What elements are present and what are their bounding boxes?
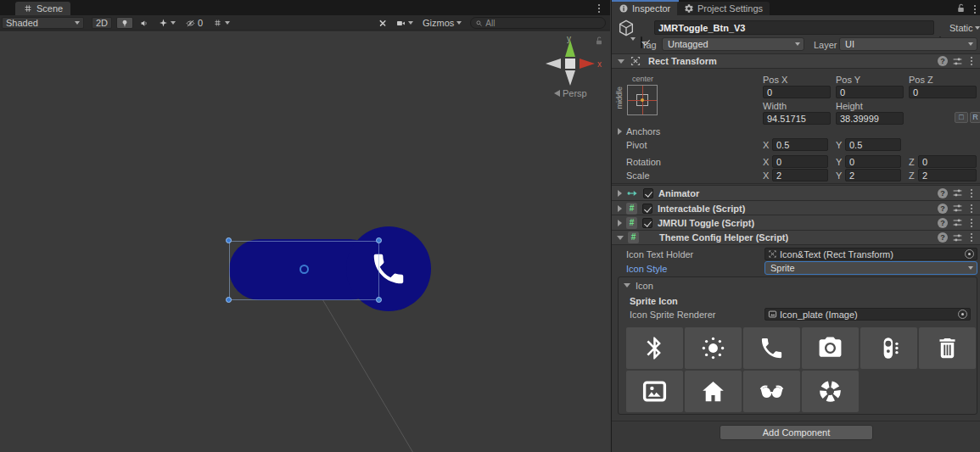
selection-handle-top-right[interactable] <box>376 237 382 243</box>
shading-mode-dropdown[interactable]: Shaded <box>2 17 84 29</box>
icon-style-dropdown[interactable]: Sprite <box>764 261 977 275</box>
object-picker-icon[interactable] <box>958 310 967 319</box>
scene-search-field[interactable] <box>470 17 606 29</box>
help-icon[interactable]: ? <box>938 232 948 243</box>
component-header-interactable[interactable]: # Interactable (Script) ? <box>612 200 980 215</box>
scale-x-field[interactable]: 2 <box>772 169 828 181</box>
add-component-button[interactable]: Add Component <box>720 425 873 440</box>
scene-tools-button[interactable] <box>374 17 391 29</box>
inspector-menu-kebab-icon[interactable] <box>971 3 979 16</box>
pivot-y-field[interactable]: 0.5 <box>845 138 901 151</box>
presets-icon[interactable] <box>952 187 963 198</box>
pos-x-field[interactable]: 0 <box>763 86 831 98</box>
icon-tile-shutter[interactable] <box>802 371 859 412</box>
icon-text-holder-field[interactable]: Icon&Text (Rect Transform) <box>764 248 977 260</box>
component-header-theme-config-helper[interactable]: # Theme Config Helper (Script) ? <box>612 230 980 245</box>
toggle-2d-button[interactable]: 2D <box>92 17 112 29</box>
help-icon[interactable]: ? <box>938 204 948 214</box>
icon-tile-image[interactable] <box>626 371 683 412</box>
help-icon[interactable]: ? <box>938 188 948 198</box>
help-icon[interactable]: ? <box>938 56 948 66</box>
icon-tile-camera[interactable] <box>802 327 859 369</box>
icon-tile-glasses[interactable] <box>743 371 800 412</box>
foldout-closed-icon[interactable] <box>618 220 622 226</box>
pos-z-field[interactable]: 0 <box>909 86 977 98</box>
foldout-closed-icon[interactable] <box>618 190 622 197</box>
tag-dropdown[interactable]: Untagged <box>662 37 804 51</box>
component-enabled-checkbox[interactable] <box>642 218 652 228</box>
selection-handle-bottom-left[interactable] <box>226 297 232 303</box>
raw-edit-mode-button[interactable]: R <box>970 112 980 123</box>
icon-tile-brightness[interactable] <box>685 327 742 369</box>
scene-menu-kebab-icon[interactable] <box>595 2 603 15</box>
component-enabled-checkbox[interactable] <box>643 188 653 198</box>
foldout-open-icon[interactable] <box>617 236 624 240</box>
scene-visibility-button[interactable]: 0 <box>182 17 207 29</box>
presets-icon[interactable] <box>952 217 963 228</box>
component-header-jmrui-toggle[interactable]: # JMRUI Toggle (Script) ? <box>612 215 980 230</box>
perspective-toggle[interactable]: Persp <box>554 88 587 98</box>
component-kebab-icon[interactable] <box>967 231 976 244</box>
tag-label: Tag <box>641 40 657 50</box>
foldout-closed-icon[interactable] <box>618 205 622 212</box>
rotation-label: Rotation <box>626 157 661 167</box>
presets-icon[interactable] <box>952 232 963 243</box>
tab-scene[interactable]: Scene <box>15 2 70 15</box>
blueprint-mode-button[interactable]: □ <box>955 112 968 123</box>
icon-section-label: Icon <box>636 281 653 291</box>
component-kebab-icon[interactable] <box>967 54 976 68</box>
component-enabled-checkbox[interactable] <box>642 204 652 214</box>
selection-handle-top-left[interactable] <box>226 237 232 243</box>
icon-tile-bluetooth[interactable] <box>626 327 683 369</box>
pos-y-field[interactable]: 0 <box>836 86 904 98</box>
rect-transform-header[interactable]: Rect Transform ? <box>612 53 980 69</box>
inspector-lock-icon[interactable] <box>955 3 966 14</box>
anchors-label: Anchors <box>626 126 660 137</box>
icon-tile-trash[interactable] <box>919 327 976 369</box>
icon-sprite-renderer-field[interactable]: Icon_plate (Image) <box>764 308 971 321</box>
gizmo-lock-icon[interactable] <box>594 36 604 46</box>
scene-effects-dropdown[interactable] <box>154 17 180 29</box>
anchor-preset-widget[interactable] <box>627 85 658 115</box>
scene-search-input[interactable] <box>485 19 601 28</box>
layer-dropdown[interactable]: UI <box>839 37 977 51</box>
tab-inspector[interactable]: Inspector <box>612 0 679 15</box>
foldout-open-icon[interactable] <box>618 59 624 64</box>
shading-mode-label: Shaded <box>6 18 72 28</box>
rotation-y-field[interactable]: 0 <box>845 155 901 168</box>
tab-project-settings[interactable]: Project Settings <box>677 2 770 15</box>
gameobject-name-field[interactable]: JMRToggle_Btn_V3 <box>654 20 934 35</box>
pivot-x-field[interactable]: 0.5 <box>772 138 828 151</box>
scene-camera-dropdown[interactable] <box>392 17 417 29</box>
gameobject-cube-icon[interactable] <box>617 19 636 37</box>
icon-tile-home[interactable] <box>685 371 742 412</box>
scene-audio-button[interactable] <box>136 17 153 29</box>
scale-y-field[interactable]: 2 <box>845 169 901 181</box>
scene-lighting-button[interactable] <box>116 17 133 29</box>
rotation-x-field[interactable]: 0 <box>772 155 828 168</box>
component-kebab-icon[interactable] <box>967 202 976 215</box>
component-kebab-icon[interactable] <box>967 187 976 200</box>
gameobject-icon-chevron[interactable] <box>630 37 636 41</box>
scene-panel: Scene Shaded 2D 0 <box>0 0 610 452</box>
component-header-animator[interactable]: Animator ? <box>612 185 980 200</box>
rotation-z-field[interactable]: 0 <box>918 155 977 168</box>
anchors-foldout-icon[interactable] <box>618 128 622 135</box>
selection-handle-bottom-right[interactable] <box>376 297 382 303</box>
icon-tile-phone[interactable] <box>743 327 800 369</box>
static-chevron-icon[interactable] <box>975 26 980 30</box>
width-field[interactable]: 94.51715 <box>763 112 831 125</box>
presets-icon[interactable] <box>952 56 963 67</box>
scale-z-field[interactable]: 2 <box>918 169 977 181</box>
object-picker-icon[interactable] <box>965 249 974 259</box>
pivot-handle[interactable] <box>300 265 309 274</box>
icon-tile-remote-control[interactable] <box>860 327 917 369</box>
icon-foldout-icon[interactable] <box>624 283 630 287</box>
gizmos-dropdown[interactable]: Gizmos <box>418 17 466 29</box>
scene-grid-dropdown[interactable] <box>209 17 234 29</box>
presets-icon[interactable] <box>952 203 963 214</box>
help-icon[interactable]: ? <box>938 218 948 228</box>
height-field[interactable]: 38.39999 <box>836 112 904 125</box>
component-kebab-icon[interactable] <box>967 216 976 230</box>
scene-viewport[interactable]: y x Persp <box>0 31 610 452</box>
